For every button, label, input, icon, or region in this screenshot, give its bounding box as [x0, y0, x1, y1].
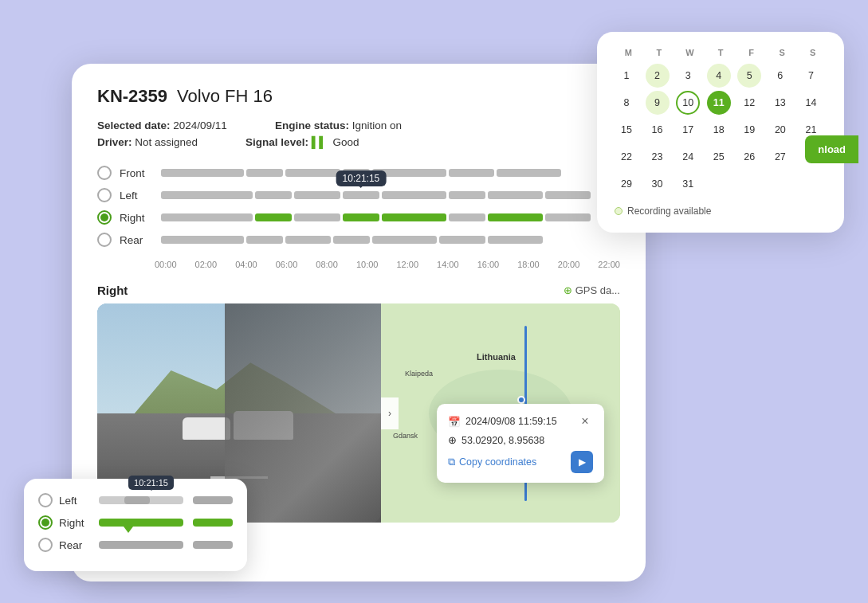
driver-item: Driver: Not assigned: [97, 136, 198, 148]
cal-header-w: W: [676, 48, 704, 57]
copy-icon: ⧉: [448, 456, 455, 468]
cal-day-13[interactable]: 13: [768, 91, 792, 115]
gps-play-button[interactable]: ▶: [571, 451, 593, 473]
cal-day-11[interactable]: 11: [707, 91, 731, 115]
cal-day-29[interactable]: 29: [615, 172, 638, 196]
play-icon: ▶: [579, 456, 586, 468]
gps-date: 📅 2024/09/08 11:59:15: [448, 416, 557, 428]
cal-day-16[interactable]: 16: [646, 118, 670, 142]
radio-right[interactable]: [97, 210, 112, 225]
cal-day-18[interactable]: 18: [707, 118, 731, 142]
engine-status-item: Engine status: Ignition on: [275, 119, 402, 131]
radio-rear[interactable]: [97, 233, 112, 247]
gps-data-link[interactable]: ⊕ GPS da...: [564, 284, 620, 296]
cal-day-24[interactable]: 24: [676, 145, 700, 169]
mini-bar-left: 10:21:15: [99, 496, 183, 504]
mini-playhead: [124, 527, 133, 533]
cal-day-14[interactable]: 14: [799, 91, 823, 115]
mini-camera-row-left: Left 10:21:15: [38, 493, 233, 507]
cal-day-7[interactable]: 7: [799, 64, 823, 88]
camera-label-front: Front: [120, 167, 153, 179]
gps-copy-row: ⧉ Copy coordinates ▶: [448, 451, 593, 473]
signal-label: Signal level:: [245, 136, 308, 148]
copy-coordinates-button[interactable]: ⧉ Copy coordinates: [448, 456, 536, 468]
cal-day-31[interactable]: 31: [676, 172, 700, 196]
signal-icon: ▌▌: [312, 136, 327, 148]
calendar-icon: 📅: [448, 416, 461, 428]
camera-row-right: Right: [97, 210, 620, 225]
camera-row-left: Left 10:21:15: [97, 188, 620, 202]
mini-playback-card: Left 10:21:15 Right Rear: [24, 479, 247, 571]
mini-bar-right-ext: [193, 519, 233, 527]
cal-day-8[interactable]: 8: [615, 91, 638, 115]
bars-front: [161, 167, 620, 178]
map-label-klaipeda: Klaipeda: [405, 370, 433, 378]
cal-header-t1: T: [646, 48, 674, 57]
mini-bar-rear: [99, 541, 183, 549]
cal-header-m: M: [615, 48, 642, 57]
cal-day-3[interactable]: 3: [676, 64, 700, 88]
timeline-section: Front Left: [97, 166, 620, 269]
map-expand-button[interactable]: ›: [381, 397, 399, 429]
cal-header-s2: S: [799, 48, 827, 57]
signal-item: Signal level: ▌▌ Good: [245, 136, 359, 148]
timeline-timestamp: 10:21:15: [336, 170, 387, 186]
radio-front[interactable]: [97, 166, 112, 180]
mini-camera-row-right: Right: [38, 515, 233, 530]
cal-day-12[interactable]: 12: [737, 91, 761, 115]
selected-date-value: 2024/09/11: [173, 119, 227, 131]
cal-day-26[interactable]: 26: [737, 145, 761, 169]
map-area: Lithuania Poland Klaipeda Gdansk Bialyst…: [381, 303, 620, 523]
vehicle-model: Volvo FH 16: [177, 86, 273, 107]
cal-day-5[interactable]: 5: [737, 64, 761, 88]
mini-radio-rear[interactable]: [38, 538, 53, 552]
bars-rear: [161, 234, 620, 245]
selected-date-label: Selected date:: [97, 119, 171, 131]
map-pin: [517, 396, 525, 404]
driver-value: Not assigned: [135, 136, 198, 148]
legend-label: Recording available: [627, 206, 711, 217]
cal-day-15[interactable]: 15: [615, 118, 638, 142]
cal-day-17[interactable]: 17: [676, 118, 700, 142]
cal-day-27[interactable]: 27: [768, 145, 792, 169]
cal-day-9[interactable]: 9: [646, 91, 670, 115]
mini-radio-left[interactable]: [38, 493, 53, 507]
vehicle-info-row-2: Driver: Not assigned Signal level: ▌▌ Go…: [97, 136, 620, 148]
cal-day-20[interactable]: 20: [768, 118, 792, 142]
cal-day-25[interactable]: 25: [707, 145, 731, 169]
camera-label-rear: Rear: [120, 234, 153, 246]
cal-day-22[interactable]: 22: [615, 145, 638, 169]
time-axis: 00:00 02:00 04:00 06:00 08:00 10:00 12:0…: [97, 255, 620, 269]
cal-header-f: F: [737, 48, 765, 57]
selected-date-item: Selected date: 2024/09/11: [97, 119, 227, 131]
mini-timestamp: 10:21:15: [128, 476, 174, 490]
map-label-lithuania: Lithuania: [477, 352, 516, 362]
cal-day-19[interactable]: 19: [737, 118, 761, 142]
download-label: nload: [818, 143, 846, 155]
car-mirror: [225, 303, 381, 523]
radio-left[interactable]: [97, 188, 112, 202]
mini-bar-left-ext: [193, 496, 233, 504]
gps-date-row: 📅 2024/09/08 11:59:15 ×: [448, 413, 593, 429]
view-label: Right: [97, 284, 128, 297]
camera-row-rear: Rear: [97, 233, 620, 247]
mini-radio-right[interactable]: [38, 515, 53, 530]
gps-tooltip-close[interactable]: ×: [577, 413, 593, 429]
cal-day-10[interactable]: 10: [676, 91, 700, 115]
cal-day-30[interactable]: 30: [646, 172, 670, 196]
cal-day-23[interactable]: 23: [646, 145, 670, 169]
gps-coords-value: 53.02920, 8.95638: [461, 435, 544, 446]
cal-day-1[interactable]: 1: [615, 64, 638, 88]
bars-left: 10:21:15: [161, 190, 620, 201]
mini-bar-right: [99, 519, 183, 527]
cal-header-s1: S: [768, 48, 796, 57]
calendar-day-headers: M T W T F S S: [615, 48, 827, 57]
vehicle-title: KN-2359 Volvo FH 16: [97, 86, 620, 107]
cal-day-2[interactable]: 2: [646, 64, 670, 88]
download-button[interactable]: nload: [805, 135, 858, 163]
view-label-row: Right ⊕ GPS da...: [97, 284, 620, 297]
cal-day-4[interactable]: 4: [707, 64, 731, 88]
cal-day-6[interactable]: 6: [768, 64, 792, 88]
gps-coords-row: ⊕ 53.02920, 8.95638: [448, 434, 593, 446]
gps-tooltip: 📅 2024/09/08 11:59:15 × ⊕ 53.02920, 8.95…: [437, 404, 604, 483]
